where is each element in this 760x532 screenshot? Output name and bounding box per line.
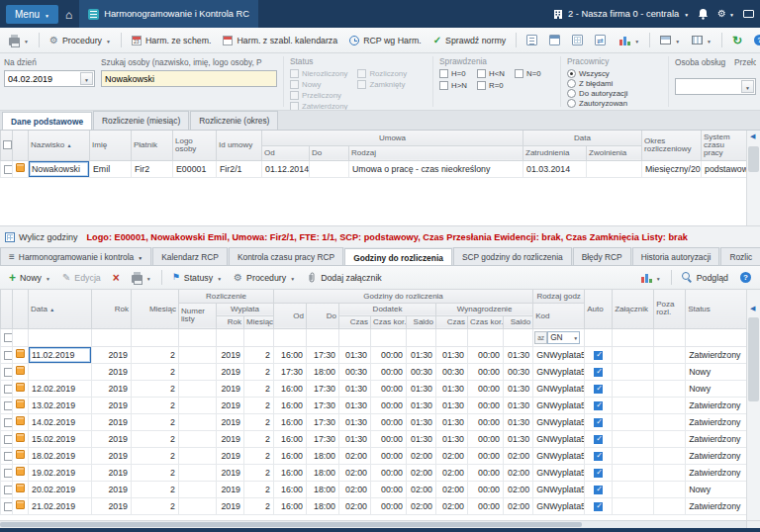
cell-rok[interactable]: 2019 bbox=[92, 497, 132, 514]
list-tool-button[interactable] bbox=[522, 31, 542, 49]
filter-cell[interactable] bbox=[13, 328, 29, 346]
cell-auto[interactable] bbox=[585, 380, 613, 397]
calendar-edit-tool-button[interactable] bbox=[544, 31, 565, 49]
tab-historia-autoryzacji[interactable]: Historia autoryzacji bbox=[632, 247, 720, 265]
filter-condition-button[interactable]: az bbox=[534, 331, 547, 344]
filter-cell[interactable] bbox=[371, 328, 407, 346]
cell-wynagrodzenie-czas[interactable]: 01:30 bbox=[436, 380, 468, 397]
col-wyn-czas-kor[interactable]: Czas kor. bbox=[468, 315, 504, 328]
col-umowa-do[interactable]: Do bbox=[310, 145, 349, 160]
cell-dodatek-saldo[interactable]: 00:30 bbox=[407, 363, 436, 380]
sprawdz-normy-button[interactable]: Sprawdź normy bbox=[428, 31, 512, 49]
cell-miesiac[interactable]: 2 bbox=[132, 413, 179, 430]
col-data[interactable]: Data bbox=[29, 290, 92, 328]
cell-zatrudnienia[interactable]: 01.03.2014 bbox=[523, 160, 587, 177]
cell-kod[interactable]: GNWyplata50 bbox=[533, 464, 585, 481]
filter-cell[interactable] bbox=[307, 328, 339, 346]
col-poza-rozl[interactable]: Poza rozl. bbox=[654, 290, 686, 328]
cell-zalacznik[interactable] bbox=[613, 413, 654, 430]
col-dodatek-czas[interactable]: Czas bbox=[339, 315, 371, 328]
cell-od[interactable]: 16:00 bbox=[274, 481, 307, 497]
cell-od[interactable]: 16:00 bbox=[274, 464, 307, 481]
cell-od[interactable]: 16:00 bbox=[274, 397, 307, 413]
employee-row[interactable]: Nowakowski Emil Fir2 E00001 Fir2/1 01.12… bbox=[1, 160, 747, 177]
cell-miesiac[interactable]: 2 bbox=[132, 363, 179, 380]
collapse-panel-icon[interactable] bbox=[750, 133, 755, 139]
col-zatrudnienia[interactable]: Zatrudnienia bbox=[523, 145, 587, 160]
col-status[interactable]: Status bbox=[686, 290, 747, 328]
col-dodatek-czas-kor[interactable]: Czas kor. bbox=[371, 315, 407, 328]
cell-wyplata-miesiac[interactable]: 2 bbox=[244, 464, 274, 481]
sprawdzenia-hgn[interactable]: H>N bbox=[439, 80, 477, 91]
cell-dodatek-czas[interactable]: 02:00 bbox=[339, 447, 371, 464]
cell-wynagrodzenie-saldo[interactable]: 01:30 bbox=[504, 413, 533, 430]
cell-wynagrodzenie-saldo[interactable]: 02:00 bbox=[504, 497, 533, 514]
cell-data[interactable]: 18.02.2019 bbox=[29, 447, 92, 464]
auto-checkbox[interactable] bbox=[594, 469, 603, 478]
chart-button[interactable] bbox=[615, 31, 644, 49]
auto-checkbox[interactable] bbox=[594, 351, 603, 360]
col-rodzaj[interactable]: Rodzaj bbox=[349, 145, 523, 160]
cell-od[interactable]: 16:00 bbox=[274, 447, 307, 464]
filter-cell[interactable] bbox=[92, 328, 132, 346]
sprawdzenia-h0[interactable]: H=0 bbox=[439, 68, 477, 79]
cell-poza-rozl[interactable] bbox=[654, 447, 686, 464]
cell-numer-listy[interactable] bbox=[179, 481, 217, 497]
col-group-data[interactable]: Data bbox=[523, 131, 642, 145]
cell-dodatek-saldo[interactable]: 01:30 bbox=[407, 397, 436, 413]
cell-dodatek-saldo[interactable]: 01:30 bbox=[407, 430, 436, 447]
scrollbar-thumb[interactable] bbox=[748, 146, 759, 172]
horizontal-scrollbar[interactable] bbox=[0, 520, 760, 528]
cell-dodatek-czas[interactable]: 01:30 bbox=[339, 346, 371, 363]
cell-wyplata-miesiac[interactable]: 2 bbox=[244, 413, 274, 430]
cell-rok[interactable]: 2019 bbox=[92, 430, 132, 447]
dodaj-zalacznik-button[interactable]: Dodaj załącznik bbox=[302, 268, 387, 287]
cell-miesiac[interactable]: 2 bbox=[132, 464, 179, 481]
cell-wyplata-miesiac[interactable]: 2 bbox=[244, 346, 274, 363]
print-button[interactable] bbox=[4, 31, 34, 49]
cell-data[interactable]: 13.02.2019 bbox=[29, 397, 92, 413]
cell-do[interactable]: 17:30 bbox=[307, 413, 339, 430]
tab-rozliczenia[interactable]: Rozlic bbox=[720, 247, 760, 265]
cell-auto[interactable] bbox=[585, 430, 613, 447]
cell-dodatek-czas-kor[interactable]: 00:00 bbox=[371, 464, 407, 481]
col-dodatek-saldo[interactable]: Saldo bbox=[407, 315, 436, 328]
cell-dodatek-czas-kor[interactable]: 00:00 bbox=[371, 363, 407, 380]
cell-wynagrodzenie-czas-kor[interactable]: 00:00 bbox=[468, 363, 504, 380]
cell-miesiac[interactable]: 2 bbox=[132, 346, 179, 363]
filter-cell[interactable] bbox=[654, 328, 686, 346]
cell-wynagrodzenie-czas[interactable]: 02:00 bbox=[436, 447, 468, 464]
auto-checkbox[interactable] bbox=[594, 502, 603, 511]
cell-poza-rozl[interactable] bbox=[654, 363, 686, 380]
row-select-checkbox[interactable] bbox=[4, 452, 13, 461]
cell-wyplata-miesiac[interactable]: 2 bbox=[244, 397, 274, 413]
layout-button[interactable] bbox=[655, 31, 685, 49]
cell-rok[interactable]: 2019 bbox=[92, 447, 132, 464]
cell-numer-listy[interactable] bbox=[179, 430, 217, 447]
cell-dodatek-saldo[interactable]: 01:30 bbox=[407, 413, 436, 430]
col-okres-rozliczeniowy[interactable]: Okres rozliczeniowy bbox=[642, 131, 702, 160]
cell-nazwisko[interactable]: Nowakowski bbox=[29, 160, 90, 177]
cell-do[interactable]: 18:00 bbox=[307, 481, 339, 497]
col-zwolnienia[interactable]: Zwolnienia bbox=[587, 145, 642, 160]
cell-od[interactable]: 16:00 bbox=[274, 430, 307, 447]
cell-kod[interactable]: GNWyplata50 bbox=[533, 413, 585, 430]
cell-data[interactable]: 21.02.2019 bbox=[29, 497, 92, 514]
cell-miesiac[interactable]: 2 bbox=[132, 430, 179, 447]
cell-do[interactable]: 18:00 bbox=[307, 464, 339, 481]
cell-miesiac[interactable]: 2 bbox=[132, 481, 179, 497]
cell-wynagrodzenie-saldo[interactable]: 02:00 bbox=[504, 481, 533, 497]
hours-row[interactable]: 14.02.2019201922019216:0017:3001:3000:00… bbox=[1, 413, 747, 430]
hours-row[interactable]: 18.02.2019201922019216:0018:0002:0000:00… bbox=[1, 447, 747, 464]
filter-select-cell[interactable] bbox=[1, 328, 13, 346]
hours-row[interactable]: 20.02.2019201922019216:0018:0002:0000:00… bbox=[1, 481, 747, 497]
cell-dodatek-czas[interactable]: 01:30 bbox=[339, 397, 371, 413]
status-przeliczony[interactable]: Przeliczony bbox=[290, 90, 347, 101]
harm-ze-schem-button[interactable]: 23 Harm. ze schem. bbox=[127, 31, 216, 49]
select-all-checkbox[interactable] bbox=[3, 140, 12, 149]
harm-z-szabl-button[interactable]: Harm. z szabl. kalendarza bbox=[218, 31, 342, 49]
filter-cell[interactable] bbox=[686, 328, 747, 346]
row-select-cell[interactable] bbox=[1, 447, 13, 464]
cell-zalacznik[interactable] bbox=[613, 430, 654, 447]
col-group-wyplata[interactable]: Wyplata bbox=[217, 303, 274, 315]
